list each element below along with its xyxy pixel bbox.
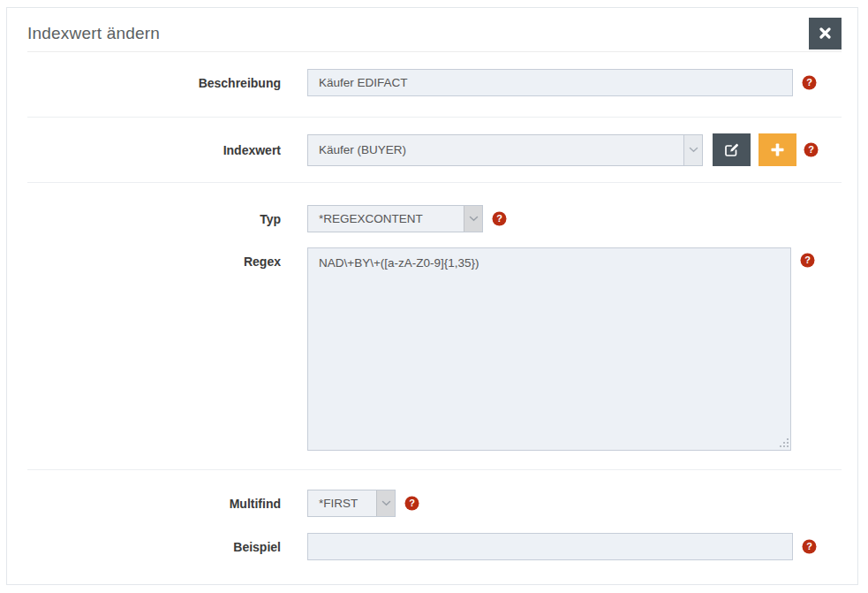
- multifind-select[interactable]: *FIRST: [307, 490, 396, 517]
- indexwert-label: Indexwert: [27, 143, 281, 157]
- form-row-multifind: Multifind *FIRST ?: [27, 490, 842, 517]
- regex-textarea[interactable]: NAD\+BY\+([a-zA-Z0-9]{1,35}): [307, 247, 791, 451]
- typ-select[interactable]: *REGEXCONTENT: [307, 205, 483, 232]
- form-row-regex: Regex NAD\+BY\+([a-zA-Z0-9]{1,35}) ?: [27, 247, 842, 451]
- close-icon: [819, 27, 831, 39]
- regex-label: Regex: [27, 247, 281, 269]
- svg-text:?: ?: [806, 541, 812, 551]
- section-indexwert: Indexwert Käufer (BUYER): [27, 118, 842, 183]
- dialog-header: Indexwert ändern: [27, 8, 842, 52]
- edit-indexwert-button[interactable]: [713, 133, 751, 166]
- form-row-beispiel: Beispiel ?: [27, 533, 842, 560]
- beispiel-label: Beispiel: [27, 540, 281, 554]
- multifind-label: Multifind: [27, 497, 281, 511]
- beispiel-input[interactable]: [307, 533, 793, 560]
- svg-text:?: ?: [409, 498, 415, 508]
- form-row-beschreibung: Beschreibung ?: [27, 69, 842, 96]
- multifind-select-value: *FIRST: [308, 490, 376, 516]
- close-button[interactable]: [809, 18, 842, 49]
- svg-text:?: ?: [496, 213, 502, 224]
- svg-text:?: ?: [806, 77, 812, 87]
- plus-icon: [771, 143, 784, 156]
- typ-label: Typ: [27, 212, 281, 226]
- section-multifind-beispiel: Multifind *FIRST ? Beispiel: [27, 470, 842, 589]
- section-typ-regex: Typ *REGEXCONTENT ? Regex NAD\+: [27, 183, 842, 470]
- svg-text:?: ?: [804, 255, 811, 265]
- indexwert-select-value: Käufer (BUYER): [308, 135, 683, 165]
- resize-grip-icon[interactable]: [780, 438, 789, 448]
- beschreibung-input[interactable]: [307, 69, 793, 96]
- edit-icon: [724, 142, 739, 157]
- regex-textarea-wrap: NAD\+BY\+([a-zA-Z0-9]{1,35}): [307, 247, 791, 451]
- question-circle-icon[interactable]: ?: [802, 539, 817, 554]
- form-row-typ: Typ *REGEXCONTENT ?: [27, 205, 842, 232]
- indexwert-select[interactable]: Käufer (BUYER): [307, 134, 703, 166]
- add-indexwert-button[interactable]: [759, 133, 796, 166]
- form-row-indexwert: Indexwert Käufer (BUYER): [27, 133, 842, 166]
- chevron-down-icon: [464, 206, 482, 232]
- question-circle-icon[interactable]: ?: [802, 75, 817, 90]
- dialog-title: Indexwert ändern: [27, 24, 160, 43]
- typ-select-value: *REGEXCONTENT: [308, 206, 464, 232]
- question-circle-icon[interactable]: ?: [804, 142, 819, 157]
- question-circle-icon[interactable]: ?: [492, 211, 507, 226]
- indexwert-aendern-dialog: Indexwert ändern Beschreibung ?: [6, 7, 858, 585]
- svg-text:?: ?: [808, 144, 814, 155]
- question-circle-icon[interactable]: ?: [404, 496, 419, 511]
- chevron-down-icon: [683, 135, 702, 165]
- beschreibung-label: Beschreibung: [27, 76, 281, 90]
- question-circle-icon[interactable]: ?: [800, 253, 815, 268]
- section-beschreibung: Beschreibung ?: [27, 52, 842, 118]
- chevron-down-icon: [376, 490, 395, 516]
